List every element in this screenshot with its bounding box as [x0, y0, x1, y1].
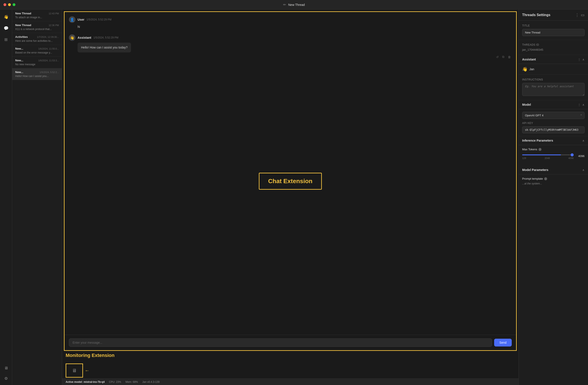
model-section-title: Model: [522, 103, 531, 106]
active-model-value: mistral-ins-7b-q4: [84, 381, 105, 384]
assistant-row: 👋 Jan: [522, 67, 585, 72]
close-button[interactable]: [3, 3, 6, 6]
slider-labels: 128 2048 4096: [522, 157, 574, 159]
api-key-input[interactable]: [522, 126, 585, 133]
message-group-assistant: 👋 Assistant 1/5/2024, 5:52:29 PM Hello! …: [69, 34, 512, 60]
model-select[interactable]: OpenAI GPT 4 OpenAI GPT 3.5 mistral-ins-…: [522, 112, 585, 119]
model-collapse-icon[interactable]: ∧: [582, 103, 585, 106]
api-key-section: API Key: [522, 122, 585, 133]
monitor-box-container: 🖥 ←: [66, 363, 89, 378]
thread-item[interactable]: Activities 1/7/2024, 12:39:30... Here ar…: [12, 33, 62, 45]
threads-id-label: Threads ID: [522, 43, 585, 46]
model-more-icon[interactable]: ⋮: [578, 103, 581, 106]
send-button[interactable]: Send: [494, 339, 512, 346]
main-layout: 👋 💬 ⊞ 🖥 ⚙ New Thread 12:43 PM To attach …: [0, 10, 588, 385]
model-params-collapse-icon[interactable]: ∧: [582, 168, 585, 172]
prompt-info-icon[interactable]: i: [544, 177, 547, 180]
thread-item-active[interactable]: New... 1/5/2024, 5:52:2... Hello! How ca…: [12, 68, 62, 80]
max-tokens-value: 4096: [576, 155, 585, 158]
message-group-user: 👤 User 1/5/2024, 5:52:29 PM hi: [69, 16, 512, 29]
threads-id-section: Threads ID jan_1704448345: [519, 40, 588, 55]
right-panel-header: Threads Settings ⋮ ▭: [519, 10, 588, 21]
max-tokens-info-icon[interactable]: i: [538, 148, 542, 151]
monitoring-extension-label: Monitoring Extension: [66, 353, 115, 358]
right-panel-title: Threads Settings: [522, 13, 550, 17]
assistant-collapse-icon[interactable]: ∧: [582, 58, 585, 61]
max-tokens-label: Max Tokens i: [522, 148, 585, 151]
model-section-actions: ⋮ ∧: [578, 103, 585, 106]
maximize-button[interactable]: [13, 3, 15, 6]
title-input[interactable]: [522, 29, 585, 36]
sidebar-toggle-icon[interactable]: ▭: [581, 13, 585, 17]
sidebar-item-grid[interactable]: ⊞: [2, 36, 10, 44]
minimize-button[interactable]: [8, 3, 11, 6]
sidebar-item-chat[interactable]: 💬: [2, 24, 10, 32]
assistant-time: 1/5/2024, 5:52:29 PM: [93, 36, 118, 39]
sidebar-item-monitor[interactable]: 🖥: [2, 364, 10, 372]
assistant-section-actions: ⋮ ∧: [578, 58, 585, 61]
model-params-section-header[interactable]: Model Parameters ∧: [519, 165, 588, 174]
max-tokens-slider[interactable]: [522, 155, 574, 155]
model-params-title: Model Parameters: [522, 168, 548, 172]
monitoring-arrow: ←: [85, 368, 89, 373]
user-avatar: 👤: [69, 16, 75, 23]
assistant-section-header[interactable]: Assistant ⋮ ∧: [519, 55, 588, 64]
right-panel-actions: ⋮ ▭: [575, 13, 585, 17]
model-section-header[interactable]: Model ⋮ ∧: [519, 100, 588, 109]
assistant-section-title: Assistant: [522, 58, 536, 61]
assistant-emoji: 👋: [522, 67, 527, 72]
assistant-author: Assistant: [78, 36, 91, 39]
chat-area: 👤 User 1/5/2024, 5:52:29 PM hi 👋 Assista…: [64, 11, 517, 351]
inference-collapse-icon[interactable]: ∧: [582, 139, 585, 142]
right-panel: Threads Settings ⋮ ▭ Title Threads ID ja…: [519, 10, 588, 385]
title-label: Title: [522, 24, 585, 27]
version-stat: Jan v0.4.3-139: [142, 381, 160, 384]
delete-button[interactable]: 🗑: [507, 54, 512, 60]
title-section: Title: [519, 21, 588, 40]
instructions-label: Instructions: [522, 78, 585, 81]
instructions-section: Instructions: [519, 75, 588, 100]
titlebar: ✏ New Thread: [0, 0, 588, 10]
message-author: User: [78, 18, 84, 21]
chat-input-area: Send: [64, 335, 516, 350]
assistant-content: Hello! How can I assist you today? ↺ ⧉ 🗑: [78, 43, 512, 60]
statusbar: Active model: mistral-ins-7b-q4 CPU: 23%…: [62, 379, 519, 385]
inference-section-header[interactable]: Inference Parameters ∧: [519, 136, 588, 145]
assistant-name: Jan: [529, 68, 534, 71]
message-header-assistant: 👋 Assistant 1/5/2024, 5:52:29 PM: [69, 34, 512, 41]
message-bubble: Hello! How can I assist you today?: [78, 43, 131, 52]
assistant-more-icon[interactable]: ⋮: [578, 58, 581, 61]
cpu-stat: CPU: 23%: [109, 381, 121, 384]
edit-icon[interactable]: ✏: [283, 3, 286, 7]
model-select-wrapper: OpenAI GPT 4 OpenAI GPT 3.5 mistral-ins-…: [522, 112, 585, 119]
thread-item[interactable]: New Thread 12:43 PM To attach an image i…: [12, 10, 62, 21]
prompt-value: ...at the system...: [522, 182, 585, 185]
sidebar-item-hand[interactable]: 👋: [2, 13, 10, 21]
message-header: 👤 User 1/5/2024, 5:52:29 PM: [69, 16, 512, 23]
mem-stat: Mem: 68%: [125, 381, 138, 384]
assistant-content-section: 👋 Jan: [519, 64, 588, 75]
regenerate-button[interactable]: ↺: [495, 54, 500, 60]
inference-section-title: Inference Parameters: [522, 139, 553, 142]
center-panel: 👤 User 1/5/2024, 5:52:29 PM hi 👋 Assista…: [62, 10, 519, 385]
threads-id-value: jan_1704448345: [522, 48, 585, 51]
thread-list: New Thread 12:43 PM To attach an image i…: [12, 10, 62, 385]
message-time: 1/5/2024, 5:52:29 PM: [86, 18, 111, 21]
copy-button[interactable]: ⧉: [501, 54, 505, 60]
monitoring-area: Monitoring Extension 🖥 ←: [62, 351, 519, 379]
thread-item[interactable]: New... 1/6/2024, 11:55:0... Based on the…: [12, 45, 62, 57]
active-model-label: Active model:: [66, 381, 83, 384]
chat-messages: 👤 User 1/5/2024, 5:52:29 PM hi 👋 Assista…: [64, 12, 516, 335]
prompt-label: Prompt template i: [522, 177, 585, 180]
sidebar-item-settings[interactable]: ⚙: [2, 375, 10, 382]
api-key-label: API Key: [522, 122, 585, 125]
titlebar-center: ✏ New Thread: [283, 3, 305, 7]
instructions-textarea[interactable]: [522, 83, 585, 96]
model-content-section: OpenAI GPT 4 OpenAI GPT 3.5 mistral-ins-…: [519, 109, 588, 136]
more-options-icon[interactable]: ⋮: [575, 13, 579, 17]
thread-item[interactable]: New... 1/6/2024, 11:53:3... No new messa…: [12, 57, 62, 68]
message-input[interactable]: [69, 339, 492, 347]
message-content: hi: [78, 24, 512, 29]
thread-item[interactable]: New Thread 12:36 PM X11 is a network pro…: [12, 21, 62, 33]
titlebar-title: New Thread: [288, 3, 305, 6]
